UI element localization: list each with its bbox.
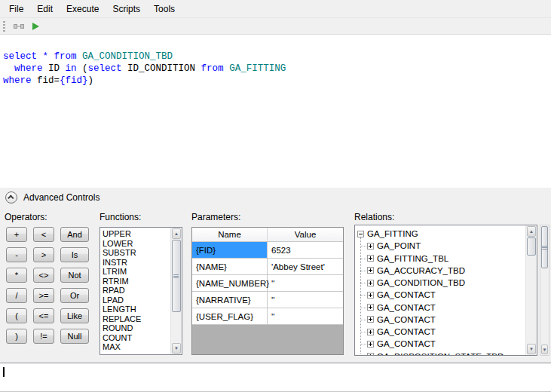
functions-label: Functions: bbox=[99, 212, 141, 222]
operator-button-bang-equal[interactable]: != bbox=[33, 329, 54, 344]
tree-item-ga_point[interactable]: GA_POINT bbox=[367, 240, 537, 252]
operator-button-not[interactable]: Not bbox=[60, 268, 89, 283]
relations-scrollbar[interactable]: ▲ ▼ bbox=[525, 225, 537, 355]
operator-button-is[interactable]: Is bbox=[60, 247, 89, 262]
expand-icon[interactable] bbox=[367, 267, 374, 274]
tree-item-ga_contact[interactable]: GA_CONTACT bbox=[367, 302, 537, 314]
operator-button-open-paren[interactable]: ( bbox=[6, 308, 27, 323]
parameter-row[interactable]: {NAME_NUMBER}'' bbox=[192, 275, 343, 292]
tree-item-ga_contact[interactable]: GA_CONTACT bbox=[367, 289, 537, 301]
sql-token bbox=[77, 51, 83, 62]
sql-editor[interactable]: select * from GA_CONDITION_TBD where ID … bbox=[0, 35, 551, 188]
expand-icon[interactable] bbox=[367, 255, 374, 262]
connect-button[interactable] bbox=[11, 19, 27, 34]
parameter-row[interactable]: {NARRATIVE}'' bbox=[192, 292, 343, 308]
operator-button-less-than[interactable]: < bbox=[33, 227, 54, 242]
operator-button-null[interactable]: Null bbox=[60, 329, 89, 344]
param-name-cell[interactable]: {USER_FLAG} bbox=[192, 308, 268, 324]
scrollbar-thumb[interactable] bbox=[527, 237, 536, 256]
connect-icon bbox=[13, 21, 25, 32]
operators-grid: +<And->Is*<>Not/>=Or(<=Like)!=Null bbox=[6, 227, 89, 344]
operator-button-greater-equal[interactable]: >= bbox=[33, 288, 54, 303]
expand-icon[interactable] bbox=[367, 292, 374, 299]
tree-item-ga_condition_tbd[interactable]: GA_CONDITION_TBD bbox=[367, 277, 537, 289]
parameters-header: Name Value bbox=[192, 228, 343, 242]
sql-token: where bbox=[3, 63, 43, 74]
expand-icon[interactable] bbox=[367, 353, 374, 356]
tree-item-ga_contact[interactable]: GA_CONTACT bbox=[367, 326, 537, 338]
scroll-up-icon[interactable]: ▲ bbox=[172, 228, 181, 239]
scroll-down-icon[interactable]: ▼ bbox=[541, 345, 548, 354]
sql-token: {fid} bbox=[60, 75, 88, 86]
param-value-cell[interactable]: '' bbox=[268, 292, 343, 308]
operator-button-greater-than[interactable]: > bbox=[33, 247, 54, 262]
command-input[interactable] bbox=[0, 363, 551, 392]
column-header-name[interactable]: Name bbox=[192, 228, 268, 241]
tree-item-label: GA_CONTACT bbox=[377, 339, 436, 348]
operator-button-divide[interactable]: / bbox=[6, 288, 27, 303]
param-value-cell[interactable]: '' bbox=[268, 275, 343, 291]
expand-icon[interactable] bbox=[367, 341, 374, 348]
tree-item-ga_contact[interactable]: GA_CONTACT bbox=[367, 338, 537, 350]
param-name-cell[interactable]: {NAME} bbox=[192, 259, 268, 274]
parameter-row[interactable]: {NAME}'Abbey Street' bbox=[192, 259, 343, 275]
tree-item-ga_contact[interactable]: GA_CONTACT bbox=[367, 314, 537, 326]
panel-scrollbar[interactable]: ▼ bbox=[540, 225, 549, 356]
sql-token: GA_CONDITION_TBD bbox=[82, 51, 173, 62]
toolbar-grip[interactable] bbox=[3, 21, 5, 32]
tree-item-ga_accuracy_tbd[interactable]: GA_ACCURACY_TBD bbox=[367, 265, 537, 277]
operator-button-not-equal[interactable]: <> bbox=[33, 268, 54, 283]
operator-button-like[interactable]: Like bbox=[60, 308, 89, 323]
sql-token: ) bbox=[88, 75, 94, 86]
menu-item-tools[interactable]: Tools bbox=[147, 0, 182, 17]
collapse-icon[interactable] bbox=[357, 231, 364, 237]
scrollbar-thumb[interactable] bbox=[541, 226, 548, 268]
column-header-value[interactable]: Value bbox=[268, 228, 343, 241]
param-value-cell[interactable]: '' bbox=[268, 308, 343, 324]
operator-button-multiply[interactable]: * bbox=[6, 268, 27, 283]
operator-button-and[interactable]: And bbox=[60, 227, 89, 242]
expand-icon[interactable] bbox=[367, 316, 374, 323]
sql-token: ID bbox=[43, 63, 66, 74]
scroll-up-icon[interactable]: ▲ bbox=[527, 226, 536, 237]
parameter-row[interactable]: {USER_FLAG}'' bbox=[192, 308, 343, 325]
scroll-down-icon[interactable]: ▼ bbox=[172, 343, 181, 354]
menu-item-execute[interactable]: Execute bbox=[60, 0, 106, 17]
collapse-advanced-button[interactable] bbox=[5, 191, 17, 204]
operator-button-minus[interactable]: - bbox=[6, 247, 27, 262]
expand-icon[interactable] bbox=[367, 329, 374, 335]
relations-children: GA_POINTGA_FITTING_TBLGA_ACCURACY_TBDGA_… bbox=[367, 240, 537, 356]
param-name-cell[interactable]: {NARRATIVE} bbox=[192, 292, 268, 308]
operator-button-less-equal[interactable]: <= bbox=[33, 308, 54, 323]
expand-icon[interactable] bbox=[367, 243, 374, 250]
sql-line: where fid={fid}) bbox=[3, 75, 548, 87]
parameters-body: {FID}6523{NAME}'Abbey Street'{NAME_NUMBE… bbox=[192, 242, 343, 325]
run-button[interactable] bbox=[27, 19, 44, 34]
menu-item-scripts[interactable]: Scripts bbox=[106, 0, 147, 17]
expand-icon[interactable] bbox=[367, 280, 374, 286]
operator-button-close-paren[interactable]: ) bbox=[6, 329, 27, 344]
functions-scrollbar[interactable]: ▲ ▼ bbox=[170, 228, 182, 354]
sql-token: in bbox=[66, 63, 77, 74]
param-value-cell[interactable]: 6523 bbox=[268, 242, 343, 258]
menu-item-file[interactable]: File bbox=[2, 0, 30, 17]
tree-item-root[interactable]: GA_FITTING bbox=[357, 228, 537, 240]
tree-item-ga_fitting_tbl[interactable]: GA_FITTING_TBL bbox=[367, 253, 537, 265]
parameter-row[interactable]: {FID}6523 bbox=[192, 242, 343, 259]
param-name-cell[interactable]: {FID} bbox=[192, 242, 268, 258]
operator-button-or[interactable]: Or bbox=[60, 288, 89, 303]
param-value-cell[interactable]: 'Abbey Street' bbox=[268, 259, 343, 274]
expand-icon[interactable] bbox=[367, 304, 374, 311]
tree-item-ga_disposition_state_tbd[interactable]: GA_DISPOSITION_STATE_TBD bbox=[367, 351, 537, 357]
sql-token: select bbox=[88, 63, 122, 74]
menu-item-edit[interactable]: Edit bbox=[30, 0, 60, 17]
operator-button-plus[interactable]: + bbox=[6, 227, 27, 242]
tree-item-label: GA_FITTING bbox=[367, 229, 418, 238]
tree-item-label: GA_CONDITION_TBD bbox=[377, 278, 465, 287]
tree-item-label: GA_FITTING_TBL bbox=[377, 254, 448, 263]
scroll-down-icon[interactable]: ▼ bbox=[527, 344, 536, 354]
functions-listbox: UPPERLOWERSUBSTRINSTRLTRIMRTRIMRPADLPADL… bbox=[99, 227, 182, 355]
param-name-cell[interactable]: {NAME_NUMBER} bbox=[192, 275, 268, 291]
operators-label: Operators: bbox=[5, 212, 47, 222]
scrollbar-thumb[interactable] bbox=[172, 240, 181, 312]
